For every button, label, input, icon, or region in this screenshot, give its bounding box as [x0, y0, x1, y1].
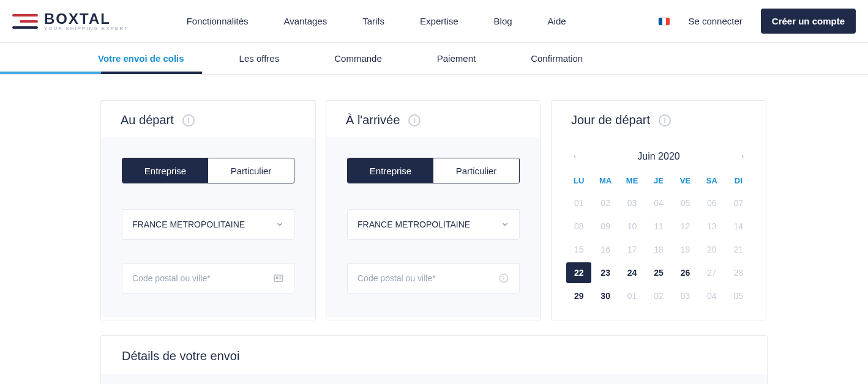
brand-name: BOXTAL — [44, 12, 129, 26]
step-confirmation[interactable]: Confirmation — [531, 53, 583, 64]
create-account-button[interactable]: Créer un compte — [761, 9, 856, 34]
login-link[interactable]: Se connecter — [688, 16, 742, 26]
calendar-day: 09 — [593, 216, 618, 237]
contact-card-icon — [273, 273, 284, 284]
calendar-dow: MA — [593, 172, 618, 190]
nav-aide[interactable]: Aide — [548, 16, 566, 26]
svg-point-6 — [504, 276, 504, 277]
nav-fonctionnalites[interactable]: Fonctionnalités — [187, 16, 249, 26]
nav-expertise[interactable]: Expertise — [420, 16, 458, 26]
arrival-postal-input[interactable] — [357, 273, 498, 283]
nav-avantages[interactable]: Avantages — [284, 16, 327, 26]
calendar-dow: JE — [646, 172, 671, 190]
arrival-postal-field — [347, 263, 520, 294]
calendar-dow: SA — [699, 172, 724, 190]
calendar-day: 03 — [673, 286, 698, 306]
calendar-day: 05 — [726, 286, 751, 306]
shipment-details-title: Détails de votre envoi — [101, 336, 767, 374]
info-icon[interactable]: i — [659, 114, 671, 127]
arrival-country-select[interactable]: FRANCE METROPOLITAINE — [347, 209, 520, 240]
step-progress-indicator — [0, 72, 202, 74]
calendar-dow: ME — [619, 172, 645, 190]
calendar-day: 28 — [726, 262, 751, 283]
calendar-dow: VE — [673, 172, 698, 190]
calendar-day: 02 — [593, 193, 618, 213]
arrival-business-button[interactable]: Entreprise — [348, 158, 433, 183]
calendar-day[interactable]: 26 — [673, 262, 698, 283]
logo-text: BOXTAL YOUR SHIPPING EXPERT — [44, 12, 129, 31]
calendar-day: 06 — [699, 193, 724, 213]
nav-blog[interactable]: Blog — [494, 16, 512, 26]
calendar-day[interactable]: 25 — [646, 262, 671, 283]
info-icon[interactable]: i — [408, 114, 421, 127]
chevron-down-icon — [501, 220, 509, 229]
calendar-dow: DI — [726, 172, 751, 190]
shipment-details-card: Détails de votre envoi — [100, 335, 768, 384]
nav-tarifs[interactable]: Tarifs — [362, 16, 384, 26]
step-offres[interactable]: Les offres — [239, 53, 280, 64]
calendar-day: 03 — [619, 193, 645, 213]
calendar-day: 27 — [699, 262, 724, 283]
calendar-prev-button[interactable] — [567, 149, 582, 164]
logo[interactable]: BOXTAL YOUR SHIPPING EXPERT — [12, 12, 129, 31]
departure-title: Au départ — [121, 113, 174, 127]
calendar-day: 17 — [619, 239, 645, 260]
calendar-day: 16 — [593, 239, 618, 260]
departure-date-card: Jour de départ i Juin 2020 LUMAMEJEVESAD… — [551, 100, 766, 320]
calendar-day[interactable]: 24 — [619, 262, 645, 283]
calendar-day: 05 — [673, 193, 698, 213]
info-icon[interactable] — [498, 273, 509, 284]
svg-point-1 — [276, 277, 278, 279]
calendar-day: 04 — [646, 193, 671, 213]
info-icon[interactable]: i — [182, 114, 195, 127]
step-commande[interactable]: Commande — [334, 53, 382, 64]
calendar-day[interactable]: 23 — [593, 262, 618, 283]
step-progress-bar: Votre envoi de colis Les offres Commande… — [0, 43, 868, 75]
arrival-card: À l'arrivée i Entreprise Particulier FRA… — [326, 100, 541, 320]
departure-country-value: FRANCE METROPOLITAINE — [132, 220, 245, 229]
primary-nav: Fonctionnalités Avantages Tarifs Experti… — [187, 16, 566, 26]
step-envoi[interactable]: Votre envoi de colis — [98, 53, 184, 64]
departure-type-segment: Entreprise Particulier — [122, 158, 294, 183]
step-paiement[interactable]: Paiement — [437, 53, 476, 64]
calendar-day: 10 — [619, 216, 645, 237]
calendar-day[interactable]: 30 — [593, 286, 618, 306]
arrival-type-segment: Entreprise Particulier — [347, 158, 520, 183]
departure-country-select[interactable]: FRANCE METROPOLITAINE — [122, 209, 294, 240]
logo-mark-icon — [12, 13, 38, 30]
calendar-dow: LU — [566, 172, 591, 190]
arrival-individual-button[interactable]: Particulier — [433, 158, 519, 183]
departure-business-button[interactable]: Entreprise — [122, 158, 208, 183]
calendar-day: 20 — [699, 239, 724, 260]
site-header: BOXTAL YOUR SHIPPING EXPERT Fonctionnali… — [0, 0, 868, 43]
calendar-day: 14 — [726, 216, 751, 237]
calendar-day: 18 — [646, 239, 671, 260]
calendar-day[interactable]: 29 — [566, 286, 591, 306]
calendar-grid: LUMAMEJEVESADI01020304050607080910111213… — [566, 172, 751, 306]
calendar-day: 19 — [673, 239, 698, 260]
calendar-day: 21 — [726, 239, 751, 260]
calendar-next-button[interactable] — [735, 149, 750, 164]
calendar-day: 11 — [646, 216, 671, 237]
calendar-day: 15 — [566, 239, 591, 260]
calendar-day: 01 — [566, 193, 591, 213]
svg-rect-0 — [274, 275, 283, 282]
arrival-title: À l'arrivée — [346, 113, 400, 127]
calendar-day: 07 — [726, 193, 751, 213]
calendar-day: 01 — [619, 286, 645, 306]
departure-card: Au départ i Entreprise Particulier FRANC… — [100, 100, 316, 320]
calendar-day: 13 — [699, 216, 724, 237]
calendar-month-label: Juin 2020 — [637, 151, 679, 162]
calendar-day: 02 — [646, 286, 671, 306]
departure-individual-button[interactable]: Particulier — [208, 158, 294, 183]
calendar-day: 04 — [699, 286, 724, 306]
chevron-down-icon — [275, 220, 284, 229]
departure-postal-field — [122, 263, 294, 294]
calendar-day: 12 — [673, 216, 698, 237]
brand-tagline: YOUR SHIPPING EXPERT — [44, 26, 129, 31]
calendar-day[interactable]: 22 — [566, 262, 591, 283]
calendar-day: 08 — [566, 216, 591, 237]
language-flag-icon[interactable] — [659, 18, 670, 25]
arrival-country-value: FRANCE METROPOLITAINE — [357, 220, 470, 229]
departure-postal-input[interactable] — [132, 273, 273, 283]
